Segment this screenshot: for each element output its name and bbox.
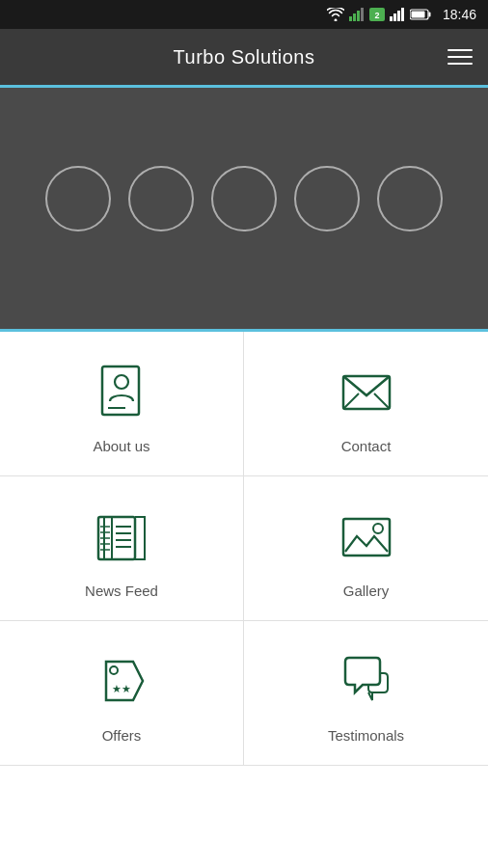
- svg-text:2: 2: [374, 11, 379, 20]
- signal2-icon: [390, 8, 405, 21]
- network-2g-icon: 2: [369, 8, 385, 21]
- status-time: 18:46: [443, 7, 476, 22]
- about-icon: [89, 359, 154, 424]
- gallery-icon: [334, 503, 399, 569]
- svg-rect-6: [390, 16, 393, 21]
- hero-area: [0, 88, 488, 329]
- svg-rect-8: [397, 11, 400, 21]
- circle-2[interactable]: [128, 166, 194, 231]
- svg-rect-30: [343, 519, 390, 556]
- menu-item-offers[interactable]: ★★ Offers: [0, 621, 244, 766]
- battery-icon: [410, 9, 431, 20]
- svg-line-17: [343, 393, 359, 409]
- menu-item-about-us[interactable]: About us: [0, 332, 244, 476]
- circle-5[interactable]: [377, 166, 443, 231]
- wifi-icon: [327, 8, 344, 21]
- signal-icon: [349, 8, 365, 21]
- menu-grid: About us Contact: [0, 332, 488, 766]
- status-icons: 2: [327, 8, 431, 21]
- svg-rect-11: [428, 13, 430, 17]
- svg-point-31: [373, 524, 383, 533]
- svg-rect-7: [393, 14, 396, 21]
- contact-icon: [334, 359, 399, 424]
- svg-rect-0: [349, 16, 352, 21]
- testimonals-label: Testimonals: [328, 727, 404, 744]
- about-us-label: About us: [93, 438, 149, 454]
- svg-rect-3: [361, 8, 364, 21]
- menu-item-news-feed[interactable]: News Feed: [0, 476, 244, 621]
- menu-item-testimonals[interactable]: Testimonals: [244, 621, 488, 766]
- menu-item-contact[interactable]: Contact: [244, 332, 488, 476]
- app-title: Turbo Solutions: [174, 46, 315, 68]
- header: Turbo Solutions: [0, 29, 488, 85]
- contact-label: Contact: [341, 438, 392, 454]
- circle-4[interactable]: [294, 166, 360, 231]
- offers-label: Offers: [102, 727, 142, 744]
- svg-rect-1: [353, 14, 356, 21]
- menu-item-gallery[interactable]: Gallery: [244, 476, 488, 621]
- testimonals-icon: [334, 648, 399, 714]
- svg-point-32: [110, 666, 118, 674]
- news-icon: [89, 503, 154, 569]
- offers-icon: ★★: [89, 648, 154, 714]
- gallery-label: Gallery: [343, 583, 390, 599]
- svg-text:★★: ★★: [112, 683, 131, 694]
- status-bar: 2 18:46: [0, 0, 488, 29]
- svg-line-18: [374, 393, 390, 409]
- hamburger-button[interactable]: [447, 49, 473, 65]
- news-feed-label: News Feed: [85, 583, 158, 599]
- circle-1[interactable]: [45, 166, 111, 231]
- circle-3[interactable]: [211, 166, 277, 231]
- svg-point-14: [115, 375, 128, 389]
- svg-rect-12: [411, 12, 424, 18]
- circles-row: [45, 166, 443, 231]
- svg-rect-9: [401, 8, 404, 21]
- svg-rect-2: [357, 11, 360, 21]
